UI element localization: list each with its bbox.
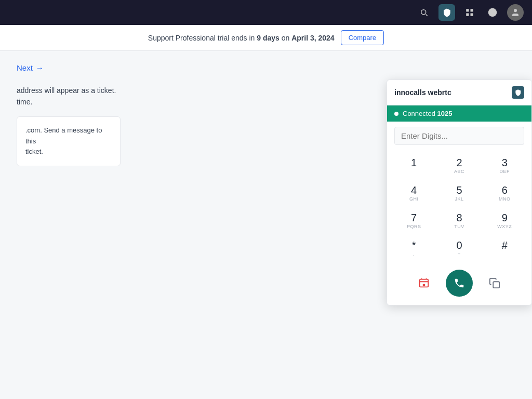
dialer-title: innocalls webrtc bbox=[394, 88, 451, 97]
avatar[interactable] bbox=[507, 4, 524, 21]
ticket-box: .com. Send a message to this ticket. bbox=[17, 116, 121, 166]
content-line1: address will appear as a ticket. bbox=[17, 85, 276, 96]
dial-key-8[interactable]: 8 TUV bbox=[436, 207, 482, 235]
trial-banner: Support Professional trial ends in 9 day… bbox=[0, 25, 532, 51]
main-content: Next address will appear as a ticket. ti… bbox=[0, 51, 532, 179]
dial-key-6[interactable]: 6 MNO bbox=[482, 180, 527, 207]
digits-input[interactable] bbox=[394, 127, 524, 145]
dial-key-0[interactable]: 0 + bbox=[436, 235, 482, 262]
dialer-header: innocalls webrtc bbox=[387, 80, 531, 105]
svg-rect-0 bbox=[466, 9, 469, 11]
clear-button[interactable] bbox=[415, 274, 433, 292]
next-link[interactable]: Next bbox=[17, 63, 44, 72]
dial-keypad: 1 2 ABC 3 DEF 4 GHI 5 JKL 6 MNO bbox=[387, 150, 531, 264]
copy-button[interactable] bbox=[485, 274, 504, 292]
trial-text: Support Professional trial ends in 9 day… bbox=[148, 34, 335, 42]
dialer-status-bar: Connected 1025 bbox=[387, 105, 531, 122]
dial-key-star[interactable]: * . bbox=[391, 235, 436, 262]
ticket-line2: ticket. bbox=[25, 147, 112, 157]
svg-rect-5 bbox=[420, 280, 429, 287]
help-icon[interactable] bbox=[484, 4, 501, 21]
dial-key-5[interactable]: 5 JKL bbox=[436, 180, 482, 207]
dial-key-hash[interactable]: # bbox=[482, 235, 527, 262]
svg-rect-3 bbox=[471, 14, 473, 16]
content-description: address will appear as a ticket. time. bbox=[17, 85, 276, 108]
dialer-input-area bbox=[387, 122, 531, 150]
dial-key-9[interactable]: 9 WXYZ bbox=[482, 207, 527, 235]
dialer-actions bbox=[387, 264, 531, 305]
content-line2: time. bbox=[17, 96, 276, 108]
compare-button[interactable]: Compare bbox=[341, 30, 384, 45]
search-icon[interactable] bbox=[416, 4, 432, 21]
top-navigation bbox=[0, 0, 532, 25]
svg-rect-1 bbox=[471, 9, 473, 11]
dial-key-4[interactable]: 4 GHI bbox=[391, 180, 436, 207]
ticket-line1: .com. Send a message to this bbox=[25, 125, 112, 147]
dial-key-3[interactable]: 3 DEF bbox=[482, 152, 527, 180]
svg-rect-2 bbox=[466, 14, 469, 16]
grid-icon[interactable] bbox=[461, 4, 478, 21]
dial-key-2[interactable]: 2 ABC bbox=[436, 152, 482, 180]
svg-rect-6 bbox=[493, 282, 499, 288]
status-text: Connected 1025 bbox=[403, 110, 452, 117]
dial-key-7[interactable]: 7 PQRS bbox=[391, 207, 436, 235]
dialer-popup: innocalls webrtc Connected 1025 1 2 bbox=[387, 79, 532, 305]
call-button[interactable] bbox=[446, 270, 473, 297]
dial-key-1[interactable]: 1 bbox=[391, 152, 436, 180]
app-logo-icon[interactable] bbox=[438, 4, 455, 21]
dialer-logo-icon bbox=[512, 86, 524, 99]
status-dot-icon bbox=[394, 112, 398, 116]
